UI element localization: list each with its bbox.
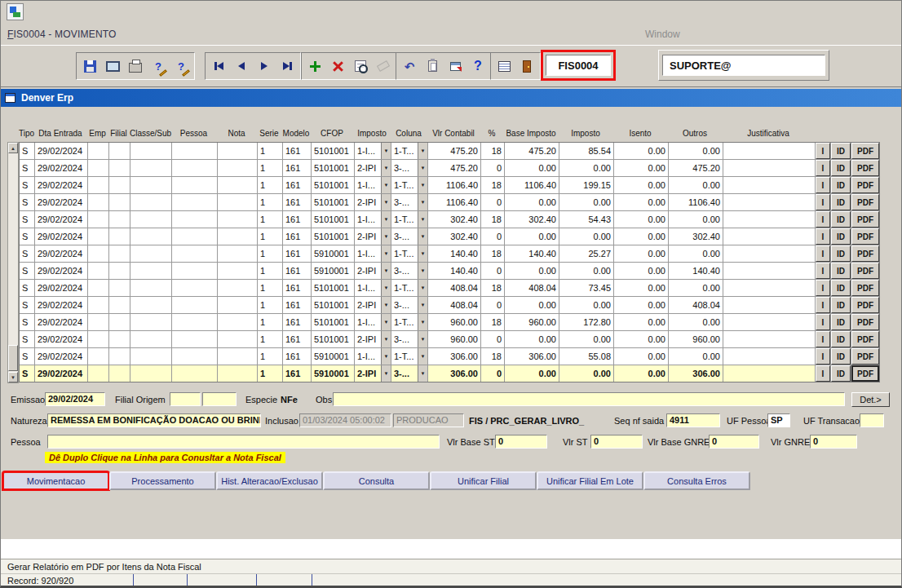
cell-nota[interactable] (218, 194, 257, 210)
combo-arrow-icon[interactable]: ▼ (418, 211, 427, 228)
cell-pct[interactable]: 18 (481, 177, 504, 193)
cell-modelo[interactable]: 161 (283, 245, 311, 262)
previous-record-button[interactable] (231, 55, 252, 77)
cell-serie[interactable]: 1 (258, 263, 282, 279)
cell-classesub[interactable] (130, 245, 171, 262)
tab-hist-alteracao-exclusao[interactable]: Hist. Alteracao/Exclusao (216, 471, 323, 490)
row-pdf-button[interactable]: PDF (851, 331, 879, 347)
cell-tipo[interactable]: S (20, 245, 34, 262)
row-i-button[interactable]: I (816, 160, 830, 176)
cell-isento[interactable]: 0.00 (614, 177, 668, 193)
cell-just[interactable] (723, 177, 815, 193)
cell-filial[interactable] (109, 331, 130, 347)
cell-modelo[interactable]: 161 (283, 143, 311, 159)
cell-emp[interactable] (88, 263, 108, 279)
cell-outros[interactable]: 0.00 (669, 348, 723, 365)
cell-serie[interactable]: 1 (258, 228, 282, 245)
obs-field[interactable] (333, 392, 845, 406)
cell-outros[interactable]: 0.00 (669, 177, 723, 193)
cell-serie[interactable]: 1 (258, 160, 282, 176)
cell-imposto[interactable]: 1-I...▼ (355, 348, 391, 365)
combo-arrow-icon[interactable]: ▼ (381, 160, 391, 176)
cell-classesub[interactable] (130, 160, 171, 176)
cell-coluna[interactable]: 1-T...▼ (391, 211, 427, 228)
cell-pessoa[interactable] (172, 160, 217, 176)
cell-isento[interactable]: 0.00 (614, 194, 668, 210)
cell-vlr[interactable]: 960.00 (428, 314, 480, 330)
cell-cfop[interactable]: 5910001 (312, 348, 354, 365)
row-i-button[interactable]: I (816, 365, 830, 382)
cell-coluna[interactable]: 1-T...▼ (391, 177, 427, 193)
cell-serie[interactable]: 1 (258, 348, 282, 365)
cell-just[interactable] (723, 280, 815, 296)
cell-just[interactable] (723, 228, 815, 245)
cell-emp[interactable] (88, 348, 108, 365)
cell-modelo[interactable]: 161 (283, 365, 311, 382)
cell-vlr[interactable]: 140.40 (428, 263, 480, 279)
cell-filial[interactable] (109, 177, 130, 193)
cell-base[interactable]: 0.00 (505, 263, 559, 279)
save-button[interactable] (79, 55, 100, 77)
cell-base[interactable]: 0.00 (505, 228, 559, 245)
cell-pct[interactable]: 18 (481, 348, 504, 365)
cell-pct[interactable]: 0 (481, 194, 504, 210)
item-help-button[interactable]: ? (148, 55, 169, 77)
cell-vlr[interactable]: 408.04 (428, 280, 480, 296)
first-record-button[interactable] (208, 55, 229, 77)
cell-classesub[interactable] (130, 314, 171, 330)
cell-classesub[interactable] (130, 365, 171, 382)
row-pdf-button[interactable]: PDF (851, 245, 879, 262)
cell-classesub[interactable] (130, 211, 171, 228)
cell-imp[interactable]: 25.27 (559, 245, 613, 262)
tab-consulta[interactable]: Consulta (323, 471, 430, 490)
list-values-button[interactable] (444, 55, 466, 77)
cell-imp[interactable]: 199.15 (559, 177, 613, 193)
cell-filial[interactable] (109, 160, 130, 176)
cell-serie[interactable]: 1 (258, 177, 282, 193)
cell-cfop[interactable]: 5910001 (312, 365, 354, 382)
combo-arrow-icon[interactable]: ▼ (381, 263, 391, 279)
cell-isento[interactable]: 0.00 (614, 348, 668, 365)
combo-arrow-icon[interactable]: ▼ (381, 348, 391, 365)
cell-pct[interactable]: 0 (481, 297, 504, 313)
cell-imposto[interactable]: 2-IPI▼ (355, 228, 391, 245)
cell-modelo[interactable]: 161 (283, 314, 311, 330)
cell-imp[interactable]: 85.54 (559, 143, 613, 159)
cell-data[interactable]: 29/02/2024 (35, 365, 87, 382)
row-pdf-button[interactable]: PDF (851, 177, 879, 193)
cell-imposto[interactable]: 1-I...▼ (355, 245, 391, 262)
cell-base[interactable]: 302.40 (505, 211, 559, 228)
row-id-button[interactable]: ID (831, 194, 851, 210)
cell-imp[interactable]: 0.00 (559, 297, 613, 313)
cell-just[interactable] (723, 348, 815, 365)
cell-tipo[interactable]: S (20, 211, 34, 228)
combo-arrow-icon[interactable]: ▼ (418, 263, 427, 279)
cell-cfop[interactable]: 5101001 (312, 297, 354, 313)
cell-pct[interactable]: 18 (481, 280, 504, 296)
cell-imposto[interactable]: 2-IPI▼ (355, 160, 391, 176)
cell-isento[interactable]: 0.00 (614, 263, 668, 279)
cell-cfop[interactable]: 5101001 (312, 194, 354, 210)
cell-outros[interactable]: 1106.40 (669, 194, 723, 210)
cell-outros[interactable]: 960.00 (669, 331, 723, 347)
cell-data[interactable]: 29/02/2024 (35, 280, 87, 296)
cell-filial[interactable] (109, 365, 130, 382)
cell-base[interactable]: 0.00 (505, 331, 559, 347)
cell-cfop[interactable]: 5101001 (312, 314, 354, 330)
cell-outros[interactable]: 0.00 (669, 280, 723, 296)
help-button[interactable]: ? (467, 55, 489, 77)
cell-serie[interactable]: 1 (258, 245, 282, 262)
cell-filial[interactable] (109, 297, 130, 313)
cell-imp[interactable]: 0.00 (559, 194, 613, 210)
cell-isento[interactable]: 0.00 (614, 365, 668, 382)
cell-classesub[interactable] (130, 177, 171, 193)
cell-modelo[interactable]: 161 (283, 177, 311, 193)
cell-outros[interactable]: 0.00 (669, 143, 723, 159)
cell-just[interactable] (723, 314, 815, 330)
cell-cfop[interactable]: 5101001 (312, 160, 354, 176)
cell-coluna[interactable]: 1-T...▼ (391, 245, 427, 262)
insert-record-button[interactable] (304, 55, 325, 77)
cancel-query-button[interactable] (373, 55, 394, 77)
row-pdf-button[interactable]: PDF (851, 263, 879, 279)
cell-base[interactable]: 306.00 (505, 348, 559, 365)
